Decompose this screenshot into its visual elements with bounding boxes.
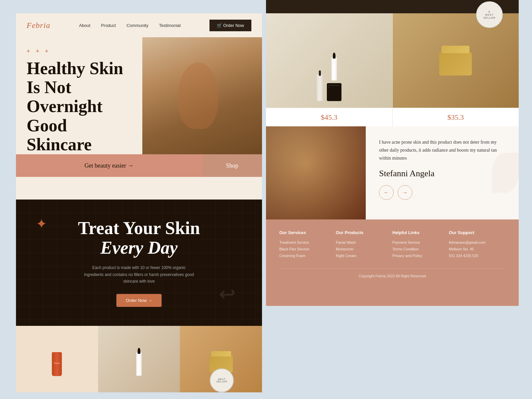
product-preview-2[interactable]	[98, 326, 180, 392]
leaf-decoration	[492, 153, 519, 193]
footer-links-title: Helpful Links	[392, 230, 449, 235]
dark-section-title: Treat Your Skin Every Day	[78, 218, 200, 258]
footer-col-links: Helpful Links Payment Service Terms Cond…	[392, 230, 449, 260]
footer-columns: Our Services Treatment Service Black Fle…	[279, 230, 505, 260]
footer-service-3[interactable]: Creaming Foam	[279, 254, 336, 258]
product-price-2: $35.3	[393, 108, 519, 126]
nav-links: About Product Community Testimonial	[79, 22, 181, 28]
testimonial-navigation: ← →	[379, 185, 505, 200]
dropper-bottle-icon	[136, 352, 142, 376]
hero-model-photo	[142, 37, 262, 164]
footer-support-title: Our Support	[449, 230, 505, 235]
right-panel: ⊙BESTSELLER $45.3	[266, 0, 519, 399]
product-card-1[interactable]: $45.3	[266, 13, 392, 126]
footer: Our Services Treatment Service Black Fle…	[266, 219, 519, 306]
cta-get-beauty[interactable]: Get beauty easier →	[16, 154, 202, 177]
products-preview-row: BESTSELLER	[16, 326, 262, 392]
product-preview-1[interactable]	[16, 326, 98, 392]
hero-image	[142, 37, 262, 164]
star-icon: ✦	[36, 216, 47, 232]
left-panel: Febria About Product Community Testimoni…	[16, 13, 262, 392]
footer-services-title: Our Services	[279, 230, 336, 235]
swirl-icon: ↩	[219, 282, 235, 306]
cta-bar: Get beauty easier → Shop	[16, 154, 262, 177]
nav-community[interactable]: Community	[126, 23, 148, 28]
dark-section: ✦ Treat Your Skin Every Day Each product…	[16, 200, 262, 326]
hero-section: + + + Healthy Skin Is Not Overnight Good…	[16, 37, 262, 177]
testimonial-model-image	[266, 126, 366, 219]
footer-copyright: Copyright Febria 2022 All Right Reserved	[279, 268, 505, 278]
page-wrapper: Febria About Product Community Testimoni…	[0, 0, 532, 399]
site-logo: Febria	[27, 21, 50, 30]
dark-order-button[interactable]: Order Now →	[116, 294, 161, 307]
dotted-container-icon	[327, 83, 341, 101]
footer-product-1[interactable]: Facial Wash	[336, 240, 392, 244]
footer-col-services: Our Services Treatment Service Black Fle…	[279, 230, 336, 260]
product-preview-3[interactable]: BESTSELLER	[180, 326, 262, 392]
footer-col-products: Our Products Facial Wash Moisturizer Nig…	[336, 230, 392, 260]
cta-beauty-label: Get beauty easier →	[84, 162, 133, 169]
testimonial-author: Stefanni Angela	[379, 169, 505, 179]
footer-link-2[interactable]: Terms Condition	[392, 247, 449, 251]
footer-support-address: Melburn No. 45	[449, 247, 505, 251]
dark-section-description: Each product is made with 10 or fewer 10…	[82, 264, 196, 285]
navbar: Febria About Product Community Testimoni…	[16, 13, 262, 37]
product-card-2[interactable]: $35.3	[393, 13, 519, 126]
footer-product-3[interactable]: Night Cream	[336, 254, 392, 258]
footer-link-1[interactable]: Payment Service	[392, 240, 449, 244]
footer-support-email[interactable]: febriacare@gmail.com	[449, 240, 505, 244]
tall-bottle-icon	[317, 74, 323, 101]
footer-link-3[interactable]: Privacy and Policy	[392, 254, 449, 258]
best-seller-badge-bottom: BESTSELLER	[210, 368, 234, 392]
footer-service-1[interactable]: Treatment Service	[279, 240, 336, 244]
footer-product-2[interactable]: Moisturizer	[336, 247, 392, 251]
hero-title: Healthy Skin Is Not Overnight Good Skinc…	[27, 59, 132, 154]
dropper-icon-card	[332, 57, 337, 80]
product-price-1: $45.3	[266, 108, 392, 126]
hero-plus-decoration: + + +	[27, 48, 132, 55]
product-thumb-dropper	[98, 326, 180, 392]
nav-product[interactable]: Product	[101, 23, 116, 28]
product-card-image-1	[266, 13, 392, 108]
footer-service-2[interactable]: Black Flex Service	[279, 247, 336, 251]
product-cards: $45.3 $35.3	[266, 13, 519, 126]
clock-badge-top: ⊙BESTSELLER	[476, 1, 503, 28]
testimonial-prev-button[interactable]: ←	[379, 185, 394, 200]
nav-testimonial[interactable]: Testimonial	[159, 23, 181, 28]
testimonial-next-button[interactable]: →	[398, 185, 412, 200]
footer-support-phone: 031 324 4235 535	[449, 254, 505, 258]
footer-products-title: Our Products	[336, 230, 392, 235]
cta-shop[interactable]: Shop	[202, 154, 262, 177]
product-thumb-orange	[16, 326, 98, 392]
cta-shop-label: Shop	[226, 162, 238, 169]
footer-col-support: Our Support febriacare@gmail.com Melburn…	[449, 230, 505, 260]
soap-stack-large-icon	[439, 52, 472, 75]
nav-order-button[interactable]: 🛒 Order Now	[209, 20, 251, 31]
testimonial-quote: I have acne prone skin and this product …	[379, 138, 505, 162]
testimonial-section: I have acne prone skin and this product …	[266, 126, 519, 219]
nav-about[interactable]: About	[79, 23, 90, 28]
product-card-image-2	[393, 13, 519, 108]
orange-tube-icon	[52, 352, 62, 376]
